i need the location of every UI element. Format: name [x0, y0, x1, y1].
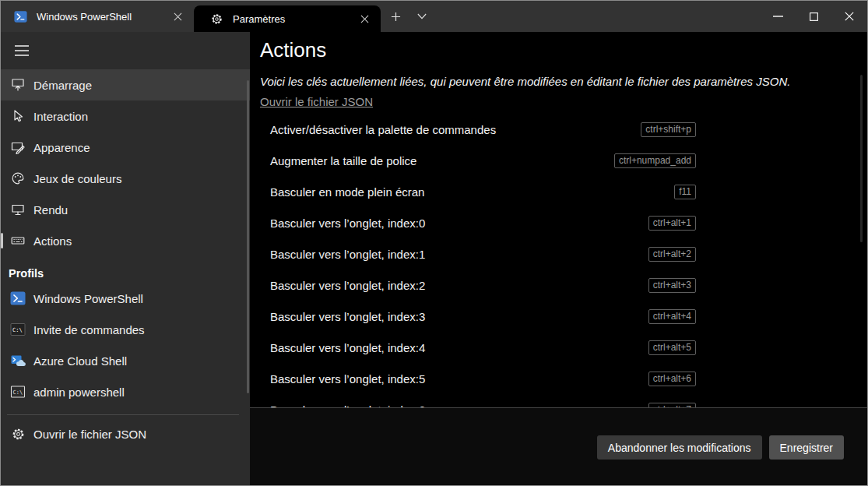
- keybinding-action-label: Basculer vers l’onglet, index:1: [270, 248, 425, 261]
- keybinding-action-label: Basculer vers l’onglet, index:4: [270, 341, 425, 354]
- selection-indicator: [1, 233, 3, 248]
- sidebar-item-interaction[interactable]: Interaction: [1, 100, 250, 132]
- sidebar-item-jeux-de-couleurs[interactable]: Jeux de couleurs: [1, 163, 250, 194]
- keybinding-key-chip: ctrl+alt+4: [648, 309, 696, 324]
- keybinding-row[interactable]: Activer/désactiver la palette de command…: [270, 114, 696, 145]
- sidebar-profile-admin-powershell[interactable]: C:\admin powershell: [1, 376, 250, 407]
- footer-buttons: Abandonner les modifications Enregistrer: [597, 435, 844, 460]
- content-scrollbar[interactable]: [860, 75, 863, 242]
- sidebar-item-actions[interactable]: Actions: [1, 225, 250, 256]
- cmd-icon: C:\: [10, 322, 26, 337]
- appearance-icon: [10, 139, 26, 155]
- title-bar: Windows PowerShell Paramètres: [1, 1, 867, 32]
- keybinding-row[interactable]: Basculer vers l’onglet, index:5ctrl+alt+…: [270, 363, 696, 394]
- sidebar-item-open-json-file[interactable]: Ouvrir le fichier JSON: [1, 418, 250, 449]
- selection-indicator: [1, 426, 3, 442]
- keybinding-action-label: Augmenter la taille de police: [270, 154, 416, 167]
- svg-text:C:\: C:\: [12, 327, 23, 333]
- keybinding-action-label: Basculer vers l’onglet, index:3: [270, 310, 425, 323]
- sidebar-item-label: Jeux de couleurs: [33, 172, 121, 185]
- powershell-icon: [10, 291, 26, 306]
- sidebar-item-label: Apparence: [33, 141, 90, 154]
- keybinding-row[interactable]: Basculer vers l’onglet, index:2ctrl+alt+…: [270, 269, 696, 301]
- keybinding-action-label: Activer/désactiver la palette de command…: [270, 123, 496, 136]
- profiles-section-header: Profils: [9, 267, 250, 280]
- keybinding-key-chip: ctrl+alt+5: [648, 340, 696, 355]
- sidebar-item-label: Démarrage: [33, 79, 92, 92]
- keyboard-icon: [10, 233, 26, 248]
- sidebar-item-apparence[interactable]: Apparence: [1, 132, 250, 163]
- selection-indicator: [1, 384, 3, 400]
- keybinding-key-chip: ctrl+alt+3: [648, 278, 696, 293]
- close-tab-icon[interactable]: [354, 9, 374, 29]
- selection-indicator: [1, 291, 3, 306]
- selection-indicator: [1, 171, 3, 186]
- page-title: Actions: [260, 37, 867, 63]
- page-description: Voici les clés actuellement liées, qui p…: [260, 74, 867, 90]
- close-tab-icon[interactable]: [167, 6, 188, 26]
- minimize-button[interactable]: [760, 1, 796, 32]
- keybinding-key-chip: ctrl+numpad_add: [614, 153, 696, 168]
- powershell-icon: [13, 9, 27, 23]
- save-button[interactable]: Enregistrer: [769, 435, 844, 460]
- tab-label: Windows PowerShell: [37, 11, 167, 23]
- new-tab-button[interactable]: [381, 1, 410, 32]
- selection-indicator: [1, 139, 3, 155]
- keybinding-action-label: Basculer vers l’onglet, index:2: [270, 279, 425, 292]
- gear-icon: [209, 12, 223, 26]
- keybinding-row[interactable]: Basculer vers l’onglet, index:1ctrl+alt+…: [270, 238, 696, 269]
- keybinding-action-label: Basculer en mode plein écran: [270, 185, 424, 199]
- footer-bar: Abandonner les modifications Enregistrer: [250, 407, 867, 485]
- sidebar-item-label: Invite de commandes: [33, 323, 145, 336]
- discard-changes-button[interactable]: Abandonner les modifications: [597, 435, 762, 460]
- selection-indicator: [1, 108, 3, 124]
- sidebar-item-label: Actions: [33, 234, 72, 248]
- pointer-icon: [10, 108, 26, 124]
- console-outline-icon: C:\: [10, 384, 26, 400]
- sidebar-profile-windows-powershell[interactable]: Windows PowerShell: [1, 283, 250, 314]
- sidebar-item-label: admin powershell: [33, 386, 125, 399]
- keybinding-action-label: Basculer vers l’onglet, index:0: [270, 217, 425, 230]
- close-window-button[interactable]: [831, 1, 867, 32]
- keybinding-row[interactable]: Basculer vers l’onglet, index:0ctrl+alt+…: [270, 207, 696, 238]
- sidebar-divider: [7, 414, 239, 415]
- sidebar-item-rendu[interactable]: Rendu: [1, 194, 250, 225]
- keybinding-key-chip: ctrl+shift+p: [641, 122, 696, 137]
- open-json-file-link[interactable]: Ouvrir le fichier JSON: [260, 94, 373, 110]
- sidebar-item-label: Rendu: [33, 203, 68, 217]
- sidebar-item-label: Azure Cloud Shell: [33, 354, 127, 368]
- hamburger-menu-button[interactable]: [5, 37, 38, 65]
- open-new-tab-dropdown-button[interactable]: [410, 1, 434, 32]
- keybinding-row[interactable]: Basculer en mode plein écranf11: [270, 176, 696, 207]
- sidebar-item-label: Interaction: [33, 110, 88, 123]
- settings-sidebar: DémarrageInteractionApparenceJeux de cou…: [1, 32, 250, 485]
- selection-indicator: [1, 353, 3, 368]
- keybinding-row[interactable]: Basculer vers l’onglet, index:4ctrl+alt+…: [270, 332, 696, 363]
- sidebar-profiles: Windows PowerShellC:\Invite de commandes…: [1, 283, 250, 407]
- sidebar-item-label: Ouvrir le fichier JSON: [33, 428, 146, 441]
- maximize-button[interactable]: [796, 1, 831, 32]
- keybinding-row[interactable]: Augmenter la taille de policectrl+numpad…: [270, 145, 696, 176]
- tab-windows-powershell[interactable]: Windows PowerShell: [1, 1, 194, 32]
- keybinding-row[interactable]: Basculer vers l’onglet, index:3ctrl+alt+…: [270, 301, 696, 332]
- gear-icon: [10, 426, 26, 442]
- sidebar-item-demarrage[interactable]: Démarrage: [1, 69, 250, 100]
- keybinding-key-chip: ctrl+alt+1: [648, 216, 696, 231]
- settings-main-pane: Actions Voici les clés actuellement liée…: [250, 32, 867, 485]
- titlebar-drag-region: [434, 1, 760, 32]
- sidebar-scrollbar[interactable]: [247, 80, 249, 393]
- selection-indicator: [1, 77, 3, 93]
- selection-indicator: [1, 202, 3, 217]
- sidebar-item-label: Windows PowerShell: [33, 292, 143, 305]
- azure-cloud-icon: [10, 353, 26, 368]
- keybindings-list: Activer/désactiver la palette de command…: [270, 114, 696, 409]
- tab-parametres[interactable]: Paramètres: [194, 5, 381, 32]
- startup-icon: [10, 77, 26, 93]
- svg-text:C:\: C:\: [13, 389, 23, 396]
- sidebar-profile-invite-de-commandes[interactable]: C:\Invite de commandes: [1, 314, 250, 345]
- selection-indicator: [1, 322, 3, 337]
- terminal-settings-window: Windows PowerShell Paramètres: [0, 0, 868, 486]
- monitor-icon: [10, 202, 26, 217]
- keybinding-key-chip: ctrl+alt+6: [648, 372, 696, 386]
- sidebar-profile-azure-cloud-shell[interactable]: Azure Cloud Shell: [1, 345, 250, 376]
